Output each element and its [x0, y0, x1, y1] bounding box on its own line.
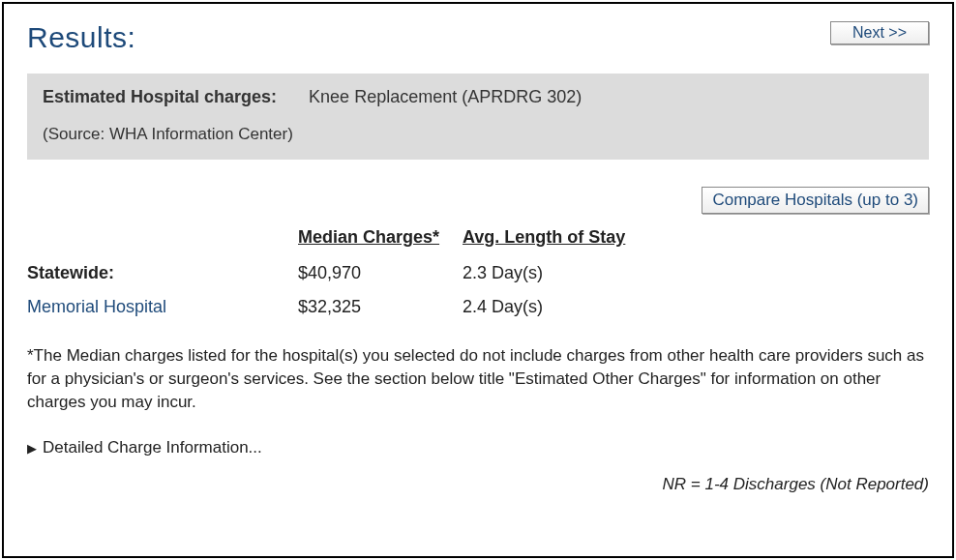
triangle-right-icon: ▶ — [27, 441, 37, 456]
compare-hospitals-button[interactable]: Compare Hospitals (up to 3) — [702, 187, 929, 214]
cell-los: 2.3 Day(s) — [463, 263, 656, 283]
footnote-text: *The Median charges listed for the hospi… — [27, 344, 929, 413]
detailed-charge-expander[interactable]: ▶ Detailed Charge Information... — [27, 438, 929, 457]
table-row: Statewide: $40,970 2.3 Day(s) — [27, 263, 929, 283]
expander-label: Detailed Charge Information... — [43, 438, 262, 457]
procedure-name: Knee Replacement (APRDRG 302) — [309, 87, 582, 106]
cell-median: $32,325 — [298, 297, 463, 317]
header-row: Results: Next >> — [27, 21, 929, 54]
table-header: Median Charges* Avg. Length of Stay — [27, 227, 929, 248]
info-box: Estimated Hospital charges: Knee Replace… — [27, 74, 929, 160]
table-row: Memorial Hospital $32,325 2.4 Day(s) — [27, 297, 929, 317]
page-title: Results: — [27, 21, 135, 54]
compare-row: Compare Hospitals (up to 3) — [27, 187, 929, 214]
hospital-link[interactable]: Memorial Hospital — [27, 297, 298, 317]
next-button[interactable]: Next >> — [830, 21, 929, 44]
cell-median: $40,970 — [298, 263, 463, 283]
cell-los: 2.4 Day(s) — [463, 297, 656, 317]
charges-table: Median Charges* Avg. Length of Stay Stat… — [27, 227, 929, 317]
row-label-statewide: Statewide: — [27, 263, 298, 283]
header-avg-los: Avg. Length of Stay — [463, 227, 656, 248]
nr-legend: NR = 1-4 Discharges (Not Reported) — [27, 475, 929, 494]
info-row-charges: Estimated Hospital charges: Knee Replace… — [43, 87, 913, 107]
results-panel: Results: Next >> Estimated Hospital char… — [2, 2, 954, 558]
charges-label: Estimated Hospital charges: — [43, 87, 277, 106]
source-text: (Source: WHA Information Center) — [43, 125, 913, 144]
header-median-charges: Median Charges* — [298, 227, 463, 248]
